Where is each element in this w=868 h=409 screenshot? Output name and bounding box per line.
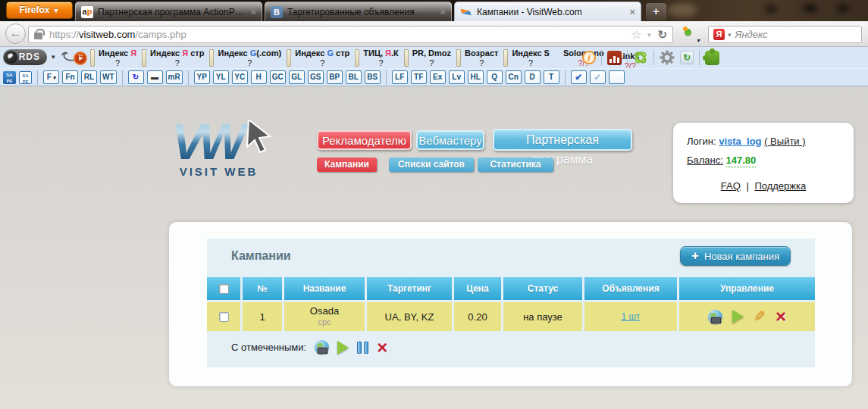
header-number: № (243, 277, 282, 300)
chevron-down-icon[interactable]: ▾ (728, 31, 732, 39)
rds-metric-google-page-index[interactable]: Индекс G стр ? (286, 48, 354, 68)
rds-button[interactable]: GC (270, 70, 286, 84)
actionpay-favicon: ap (81, 6, 93, 18)
back-button[interactable]: ← (5, 23, 26, 44)
puzzle-addon-icon[interactable] (705, 51, 719, 65)
campaigns-title: Кампании (231, 249, 291, 263)
search-bar[interactable]: Я ▾ Яндекс (708, 26, 862, 43)
rds-button[interactable]: Q (487, 70, 503, 84)
info-icon[interactable]: i (582, 51, 596, 64)
rds-button[interactable]: T (544, 70, 559, 84)
rds-button[interactable]: RL (81, 70, 97, 84)
close-icon[interactable]: × (629, 6, 635, 17)
sape-icon[interactable]: SA PE (19, 71, 32, 84)
rds-button[interactable]: TF (411, 70, 427, 84)
nav-advertiser-button[interactable]: Рекламодателю (317, 130, 412, 150)
nav-webmaster-button[interactable]: Вебмастеру (416, 130, 484, 150)
url-text[interactable]: https://visitweb.com/camps.php (49, 29, 628, 40)
login-link[interactable]: vista_log (719, 136, 761, 147)
tab-vk-ads[interactable]: В Таргетированные объявления × (265, 2, 452, 21)
yandex-icon[interactable]: Я (713, 29, 725, 40)
edit-pencil-icon[interactable]: ✎ (754, 311, 766, 323)
extension-icon[interactable]: ▾ (683, 27, 698, 42)
rds-check-button[interactable]: ✔ (571, 70, 587, 84)
rds-metric-age[interactable]: Возраст ? (456, 48, 503, 68)
close-icon[interactable]: × (440, 6, 446, 17)
knot-icon[interactable] (633, 50, 648, 65)
subnav-site-lists-button[interactable]: Списки сайтов (389, 158, 474, 172)
tab-actionpay[interactable]: ap Партнерская программа ActionPay.... × (75, 2, 262, 21)
tab-visitweb-campaigns[interactable]: Кампании - VisitWeb.com × (454, 2, 641, 21)
bookmark-star-icon[interactable]: ☆ (631, 27, 642, 42)
rds-button[interactable]: Fn (62, 70, 78, 84)
rds-button[interactable]: BL (346, 70, 362, 84)
rds-metric-yandex-page-index[interactable]: Индекс Я стр ? (141, 48, 208, 68)
chevron-down-icon[interactable]: ▾ (647, 31, 651, 39)
rds-toolbar-row1: RDS ▾ Индекс Я ? Индекс Я стр ? Индекс G… (0, 47, 868, 68)
balance-value[interactable]: 147.80 (726, 155, 757, 167)
faq-link[interactable]: FAQ (721, 180, 741, 192)
pause-icon[interactable] (357, 342, 368, 354)
rds-button-f[interactable]: F▾ (43, 70, 59, 84)
rds-check-button[interactable]: ✓ (590, 70, 606, 84)
rds-metric-pr-dmoz[interactable]: PR, Dmoz ? (403, 48, 456, 68)
new-tab-button[interactable]: + (646, 3, 666, 20)
close-icon[interactable]: × (250, 6, 256, 17)
chevron-down-icon[interactable]: ▾ (52, 53, 55, 61)
rds-button[interactable]: GS (308, 70, 324, 84)
rds-metric-tic[interactable]: ТИЦ, Я.К ? (354, 48, 403, 68)
bar-chart-icon[interactable] (607, 51, 622, 65)
visitweb-logo[interactable]: VW VISIT WEB (171, 118, 277, 178)
page-content: VW VISIT WEB Рекламодателю Вебмастеру Па… (0, 86, 868, 409)
row-checkbox[interactable] (219, 312, 229, 322)
reload-icon[interactable]: ↻ (657, 28, 667, 42)
logout-link[interactable]: ( Выйти ) (764, 136, 805, 147)
hook-icon[interactable] (59, 49, 89, 66)
recycle-icon[interactable]: ↻ (680, 51, 694, 64)
subnav-campaigns-button[interactable]: Кампании (317, 158, 377, 172)
url-bar[interactable]: https://visitweb.com/camps.php ☆ ▾ ↻ (28, 26, 673, 43)
nav-partner-program-button[interactable]: Партнерская программа (493, 129, 632, 151)
rds-empty-button[interactable] (609, 70, 625, 84)
search-placeholder: Яндекс (735, 29, 768, 40)
new-campaign-button[interactable]: + Новая кампания (680, 246, 791, 266)
rds-button[interactable]: YP (194, 70, 210, 84)
rds-button[interactable]: WT (100, 70, 117, 84)
gear-icon[interactable] (660, 50, 675, 65)
rds-metric-yandex-index[interactable]: Индекс Я ? (89, 48, 141, 68)
desktop-blur (667, 3, 697, 17)
rds-button[interactable]: H (251, 70, 267, 84)
ads-count-link[interactable]: 1 шт (621, 311, 640, 322)
rds-button[interactable]: YL (213, 70, 229, 84)
rds-button[interactable]: mR (166, 70, 183, 84)
rds-button[interactable]: D (525, 70, 541, 84)
rds-button[interactable]: Lv (449, 70, 465, 84)
rds-button[interactable]: BS (365, 70, 381, 84)
play-icon[interactable] (337, 341, 349, 354)
rds-refresh-button[interactable]: ↻ (128, 70, 144, 84)
select-all-checkbox[interactable] (219, 284, 229, 294)
rds-button[interactable]: GL (289, 70, 305, 84)
subnav-statistics-button[interactable]: Статистика (478, 158, 553, 172)
rds-button[interactable]: YC (232, 70, 248, 84)
rds-metric-s-index[interactable]: Индекс S ? (503, 48, 554, 68)
rds-button[interactable]: Ex (430, 70, 446, 84)
tab-strip: ap Партнерская программа ActionPay.... ×… (75, 2, 644, 21)
row-name: Osadacpc (284, 302, 365, 331)
play-icon[interactable] (732, 310, 744, 323)
rds-button[interactable]: Cn (506, 70, 522, 84)
rds-button[interactable]: ▬ (147, 70, 163, 84)
sape-icon[interactable]: SA PE (3, 71, 16, 84)
header-ads: Объявления (584, 277, 677, 300)
globe-link-icon[interactable] (708, 310, 722, 324)
globe-link-icon[interactable] (315, 340, 329, 354)
firefox-menu-button[interactable]: Firefox▼ (6, 2, 73, 19)
rds-button[interactable]: BP (327, 70, 343, 84)
rds-metric-google-index[interactable]: Индекс G(.com) ? (208, 48, 286, 68)
rds-logo[interactable]: RDS (3, 49, 47, 65)
delete-x-icon[interactable]: × (377, 342, 387, 353)
rds-button[interactable]: HL (468, 70, 484, 84)
delete-x-icon[interactable]: × (776, 311, 786, 322)
rds-button[interactable]: LF (392, 70, 408, 84)
support-link[interactable]: Поддержка (754, 180, 806, 192)
